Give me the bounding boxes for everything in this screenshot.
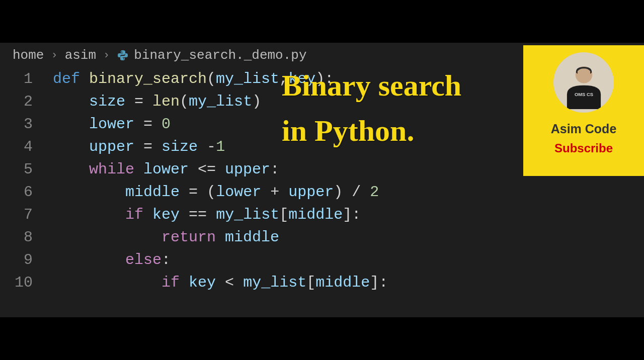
line-number: 8 bbox=[8, 226, 33, 249]
line-number: 3 bbox=[8, 113, 33, 136]
breadcrumb-item-home[interactable]: home bbox=[13, 48, 44, 63]
breadcrumb-file-label: binary_search._demo.py bbox=[134, 48, 306, 63]
chevron-right-icon: › bbox=[51, 49, 57, 62]
shirt-text: OMS CS bbox=[574, 91, 593, 97]
code-line[interactable]: if key < my_list[middle]: bbox=[53, 272, 388, 294]
chevron-right-icon: › bbox=[103, 49, 110, 62]
line-number: 1 bbox=[8, 68, 33, 91]
code-line[interactable]: while lower <= upper: bbox=[53, 158, 388, 181]
breadcrumb-item-folder[interactable]: asim bbox=[65, 48, 96, 63]
breadcrumb-item-file[interactable]: binary_search._demo.py bbox=[117, 48, 306, 63]
overlay-line1: Binary search bbox=[282, 63, 461, 108]
code-line[interactable]: return middle bbox=[53, 226, 388, 249]
line-number: 7 bbox=[8, 204, 33, 226]
line-number: 5 bbox=[8, 158, 33, 181]
line-number: 6 bbox=[8, 181, 33, 204]
line-number: 2 bbox=[8, 91, 33, 113]
channel-name: Asim Code bbox=[551, 122, 617, 136]
overlay-line2: in Python. bbox=[282, 108, 461, 153]
code-line[interactable]: middle = (lower + upper) / 2 bbox=[53, 181, 388, 204]
line-number: 9 bbox=[8, 249, 33, 272]
channel-card: OMS CS Asim Code Subscribe bbox=[523, 45, 644, 176]
code-line[interactable]: else: bbox=[53, 249, 388, 272]
code-line[interactable]: if key == my_list[middle]: bbox=[53, 204, 388, 226]
python-file-icon bbox=[117, 49, 129, 61]
line-number: 4 bbox=[8, 136, 33, 158]
line-number: 10 bbox=[8, 272, 33, 294]
line-number-gutter: 12345678910 bbox=[8, 68, 53, 294]
avatar: OMS CS bbox=[553, 52, 614, 113]
video-title-overlay: Binary search in Python. bbox=[282, 63, 461, 153]
subscribe-button[interactable]: Subscribe bbox=[554, 141, 613, 155]
